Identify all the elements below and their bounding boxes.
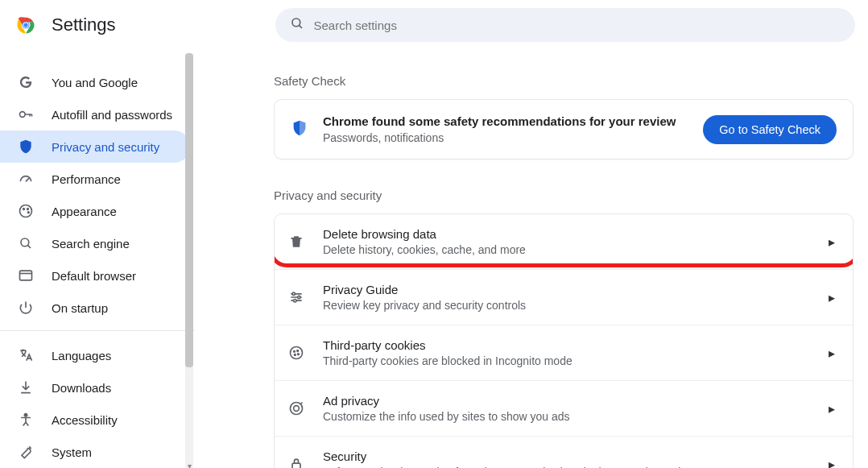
cookie-icon bbox=[287, 345, 305, 361]
google-g-icon bbox=[18, 74, 34, 90]
safety-card-title: Chrome found some safety recommendations… bbox=[323, 114, 688, 128]
go-to-safety-check-button[interactable]: Go to Safety Check bbox=[703, 115, 837, 144]
scrollbar-thumb[interactable] bbox=[185, 53, 193, 367]
sidebar-item-search-engine[interactable]: Search engine bbox=[0, 227, 190, 259]
browser-window-icon bbox=[18, 267, 34, 284]
trash-icon bbox=[287, 234, 305, 250]
accessibility-icon bbox=[18, 412, 34, 428]
svg-point-7 bbox=[20, 205, 32, 217]
svg-rect-13 bbox=[20, 271, 32, 280]
power-icon bbox=[18, 300, 34, 316]
safety-card-subtitle: Passwords, notifications bbox=[323, 131, 688, 144]
row-subtitle: Customize the info used by sites to show… bbox=[323, 410, 811, 423]
translate-icon bbox=[18, 347, 34, 363]
row-title: Ad privacy bbox=[323, 394, 811, 408]
safety-check-card: Chrome found some safety recommendations… bbox=[274, 99, 854, 159]
sidebar-item-autofill[interactable]: Autofill and passwords bbox=[0, 98, 190, 130]
sidebar-item-label: On startup bbox=[52, 301, 108, 315]
sidebar-item-you-and-google[interactable]: You and Google bbox=[0, 66, 190, 98]
chrome-logo-icon bbox=[14, 14, 37, 36]
wrench-icon bbox=[18, 444, 34, 460]
chevron-right-icon: ▸ bbox=[829, 346, 835, 361]
svg-point-3 bbox=[23, 23, 27, 27]
shield-icon bbox=[18, 139, 34, 155]
palette-icon bbox=[18, 203, 34, 219]
svg-point-14 bbox=[24, 414, 27, 416]
row-security[interactable]: Security Safe Browsing (protection from … bbox=[275, 436, 853, 468]
sidebar-item-privacy-security[interactable]: Privacy and security bbox=[0, 130, 190, 163]
sidebar-item-on-startup[interactable]: On startup bbox=[0, 292, 190, 324]
shield-icon bbox=[291, 119, 308, 140]
row-privacy-guide[interactable]: Privacy Guide Review key privacy and sec… bbox=[275, 269, 853, 325]
svg-point-20 bbox=[297, 350, 299, 352]
sidebar-item-label: System bbox=[52, 445, 92, 459]
svg-point-8 bbox=[23, 209, 25, 210]
sidebar-item-label: Search engine bbox=[52, 237, 130, 251]
sidebar-item-label: Languages bbox=[52, 349, 111, 362]
sidebar-item-performance[interactable]: Performance bbox=[0, 163, 190, 195]
sidebar-divider bbox=[0, 330, 195, 331]
row-ad-privacy[interactable]: Ad privacy Customize the info used by si… bbox=[275, 380, 853, 436]
sidebar-item-label: Default browser bbox=[52, 269, 136, 283]
sidebar-item-label: Downloads bbox=[52, 381, 111, 395]
svg-point-15 bbox=[292, 292, 295, 295]
svg-point-19 bbox=[294, 351, 296, 353]
app-title: Settings bbox=[52, 14, 116, 35]
svg-point-10 bbox=[28, 212, 30, 213]
row-title: Delete browsing data bbox=[323, 227, 811, 241]
chevron-right-icon: ▸ bbox=[829, 234, 835, 250]
safety-check-section-label: Safety Check bbox=[274, 74, 862, 88]
chevron-right-icon: ▸ bbox=[829, 457, 835, 469]
row-title: Security bbox=[323, 449, 811, 463]
chevron-right-icon: ▸ bbox=[829, 290, 835, 305]
svg-point-9 bbox=[27, 209, 29, 210]
search-icon bbox=[290, 16, 304, 34]
scroll-down-icon[interactable]: ▾ bbox=[184, 460, 195, 468]
row-title: Third-party cookies bbox=[323, 338, 811, 352]
svg-point-18 bbox=[291, 347, 303, 359]
sidebar-item-languages[interactable]: Languages bbox=[0, 339, 190, 371]
sidebar-item-label: Privacy and security bbox=[52, 140, 159, 154]
sidebar-item-downloads[interactable]: Downloads bbox=[0, 371, 190, 404]
ad-privacy-icon bbox=[287, 400, 305, 416]
svg-point-24 bbox=[294, 406, 300, 412]
sidebar-scrollbar[interactable]: ▴ ▾ bbox=[184, 53, 195, 468]
main-content: Safety Check Chrome found some safety re… bbox=[195, 50, 868, 468]
row-subtitle: Third-party cookies are blocked in Incog… bbox=[323, 354, 811, 367]
search-input[interactable] bbox=[314, 19, 841, 32]
svg-point-11 bbox=[21, 238, 29, 246]
search-settings[interactable] bbox=[275, 8, 855, 42]
speedometer-icon bbox=[18, 171, 34, 187]
row-delete-browsing-data[interactable]: Delete browsing data Delete history, coo… bbox=[275, 214, 853, 269]
lock-icon bbox=[287, 456, 305, 468]
sidebar-item-system[interactable]: System bbox=[0, 436, 190, 468]
row-subtitle: Review key privacy and security controls bbox=[323, 299, 811, 312]
header: Settings bbox=[0, 0, 868, 50]
svg-line-5 bbox=[299, 25, 302, 28]
svg-point-21 bbox=[295, 354, 296, 356]
row-title: Privacy Guide bbox=[323, 283, 811, 296]
row-subtitle: Delete history, cookies, cache, and more bbox=[323, 243, 811, 256]
sidebar-item-label: Appearance bbox=[52, 205, 117, 218]
svg-point-22 bbox=[298, 354, 300, 355]
svg-point-4 bbox=[292, 19, 300, 27]
svg-rect-25 bbox=[292, 463, 300, 468]
sidebar-item-default-browser[interactable]: Default browser bbox=[0, 259, 190, 292]
svg-point-17 bbox=[294, 300, 296, 302]
sidebar-item-label: Autofill and passwords bbox=[52, 108, 172, 122]
sliders-icon bbox=[287, 289, 305, 305]
privacy-list: Delete browsing data Delete history, coo… bbox=[274, 213, 854, 468]
row-third-party-cookies[interactable]: Third-party cookies Third-party cookies … bbox=[275, 325, 853, 380]
sidebar-item-label: Performance bbox=[52, 172, 121, 186]
search-icon bbox=[18, 235, 34, 251]
svg-point-6 bbox=[20, 112, 26, 118]
sidebar-item-appearance[interactable]: Appearance bbox=[0, 195, 190, 227]
svg-line-12 bbox=[27, 245, 31, 248]
sidebar: You and Google Autofill and passwords Pr… bbox=[0, 50, 195, 468]
sidebar-item-accessibility[interactable]: Accessibility bbox=[0, 404, 190, 436]
svg-point-16 bbox=[298, 296, 300, 298]
key-icon bbox=[18, 106, 34, 122]
sidebar-item-label: You and Google bbox=[52, 76, 138, 89]
privacy-section-label: Privacy and security bbox=[274, 188, 862, 202]
download-icon bbox=[18, 379, 34, 396]
